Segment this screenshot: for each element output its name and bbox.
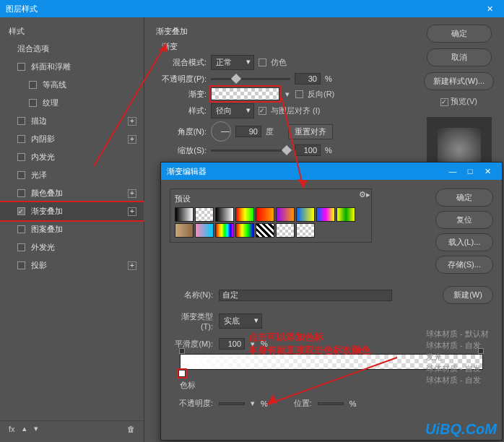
scale-label: 缩放(S): xyxy=(156,145,207,156)
style-inner-glow[interactable]: 内发光 xyxy=(0,148,144,166)
style-inner-shadow[interactable]: 内阴影+ xyxy=(0,130,144,148)
preset-swatch[interactable] xyxy=(215,223,234,238)
style-pattern-overlay[interactable]: 图案叠加 xyxy=(0,220,144,238)
reset-align-button[interactable]: 重置对齐 xyxy=(288,124,333,139)
background-layer-list: 球体材质 - 默认材球体材质 - 自发发光球体材质 - 自发球体材质 - 自发 xyxy=(426,328,489,386)
style-contour[interactable]: 等高线 xyxy=(0,76,144,94)
preset-grid xyxy=(175,207,367,238)
name-input[interactable] xyxy=(219,290,392,301)
opacity-stop[interactable] xyxy=(179,348,185,354)
stop-pos-input[interactable] xyxy=(318,402,344,405)
add-icon[interactable]: + xyxy=(128,189,136,198)
preset-swatch[interactable] xyxy=(276,207,295,222)
type-label: 渐变类型(T): xyxy=(170,311,213,331)
opacity-label: 不透明度(P): xyxy=(156,74,207,84)
ge-save-button[interactable]: 存储(S)... xyxy=(435,256,493,274)
style-stroke[interactable]: 描边+ xyxy=(0,112,144,130)
cancel-button[interactable]: 取消 xyxy=(427,48,492,66)
styles-sidebar: 样式 混合选项 斜面和浮雕 等高线 纹理 描边+ 内阴影+ 内发光 光泽 颜色叠… xyxy=(0,17,144,442)
presets-label: 预设 xyxy=(175,194,367,204)
arrow-up-icon[interactable]: ▴ xyxy=(22,424,27,433)
blend-mode-dropdown[interactable]: 正常 xyxy=(211,55,254,70)
style-label: 样式: xyxy=(156,105,207,116)
preset-swatch[interactable] xyxy=(195,223,214,238)
maximize-button[interactable]: □ xyxy=(461,167,479,176)
preview-checkbox[interactable] xyxy=(440,98,448,106)
stop-opacity-input[interactable] xyxy=(219,402,245,405)
chevron-down-icon[interactable]: ▾ xyxy=(251,339,255,349)
align-label: 与图层对齐 (I) xyxy=(271,105,320,116)
degree-label: 度 xyxy=(266,126,274,137)
preset-swatch[interactable] xyxy=(256,207,274,222)
fx-label: fx xyxy=(9,425,15,433)
ok-button[interactable]: 确定 xyxy=(427,25,492,43)
ge-title: 渐变编辑器 xyxy=(167,166,207,177)
style-dropdown[interactable]: 径向 xyxy=(211,103,254,118)
angle-label: 角度(N): xyxy=(156,126,207,137)
name-label: 名称(N): xyxy=(170,290,213,300)
preset-swatch[interactable] xyxy=(316,207,335,222)
add-icon[interactable]: + xyxy=(128,207,136,216)
watermark: UiBQ.CoM xyxy=(425,421,497,438)
new-style-button[interactable]: 新建样式(W)... xyxy=(424,72,494,90)
style-gradient-overlay[interactable]: 渐变叠加+ xyxy=(0,202,144,220)
smooth-input[interactable]: 100 xyxy=(219,338,245,350)
gradient-editor-dialog: 渐变编辑器 — □ ✕ 预设 xyxy=(160,162,503,441)
reverse-checkbox[interactable] xyxy=(295,90,303,98)
preset-swatch[interactable] xyxy=(235,223,254,238)
preset-swatch[interactable] xyxy=(175,207,194,222)
gradient-label: 渐变: xyxy=(156,89,207,100)
ge-close-button[interactable]: ✕ xyxy=(479,167,496,176)
dither-checkbox[interactable] xyxy=(258,58,266,66)
gear-icon[interactable]: ⚙▸ xyxy=(359,190,370,199)
preset-swatch[interactable] xyxy=(296,223,315,238)
window-title: 图层样式 xyxy=(6,4,38,14)
gradient-swatch[interactable] xyxy=(211,87,279,100)
chevron-down-icon[interactable]: ▾ xyxy=(284,90,291,99)
scale-input[interactable]: 100 xyxy=(295,144,321,156)
opacity-slider[interactable] xyxy=(211,78,290,80)
angle-input[interactable]: 90 xyxy=(235,126,261,137)
opacity-input[interactable]: 30 xyxy=(295,73,321,84)
type-dropdown[interactable]: 实底 xyxy=(219,313,262,329)
reverse-label: 反向(R) xyxy=(308,89,334,100)
style-outer-glow[interactable]: 外发光 xyxy=(0,238,144,256)
dither-label: 仿色 xyxy=(271,57,287,68)
style-bevel[interactable]: 斜面和浮雕 xyxy=(0,58,144,76)
preset-swatch[interactable] xyxy=(296,207,315,222)
preset-swatch[interactable] xyxy=(175,223,194,238)
add-icon[interactable]: + xyxy=(128,261,136,270)
trash-icon[interactable]: 🗑 xyxy=(127,425,135,433)
ge-ok-button[interactable]: 确定 xyxy=(435,188,493,207)
preset-swatch[interactable] xyxy=(336,207,355,222)
scale-slider[interactable] xyxy=(211,150,290,152)
blend-mode-label: 混合模式: xyxy=(156,57,207,68)
stop-pos-label: 位置: xyxy=(294,398,312,409)
chevron-down-icon[interactable]: ▾ xyxy=(251,399,255,408)
preset-swatch[interactable] xyxy=(276,223,295,238)
preset-swatch[interactable] xyxy=(195,207,214,222)
angle-dial[interactable] xyxy=(211,121,231,142)
window-close-button[interactable]: ✕ xyxy=(481,0,498,17)
styles-heading: 样式 xyxy=(0,23,144,40)
stops-label: 色标 xyxy=(170,380,196,391)
preset-swatch[interactable] xyxy=(215,207,234,222)
color-stop[interactable] xyxy=(178,370,186,377)
style-satin[interactable]: 光泽 xyxy=(0,166,144,184)
minimize-button[interactable]: — xyxy=(444,167,461,176)
add-icon[interactable]: + xyxy=(128,117,136,126)
smooth-label: 平滑度(M): xyxy=(170,339,213,350)
align-checkbox[interactable] xyxy=(258,107,266,115)
ge-new-button[interactable]: 新建(W) xyxy=(443,286,493,304)
ge-load-button[interactable]: 载入(L)... xyxy=(435,233,493,251)
stop-opacity-label: 不透明度: xyxy=(170,398,213,409)
style-texture[interactable]: 纹理 xyxy=(0,94,144,112)
arrow-down-icon[interactable]: ▾ xyxy=(34,424,38,433)
ge-reset-button[interactable]: 复位 xyxy=(435,211,493,229)
style-color-overlay[interactable]: 颜色叠加+ xyxy=(0,184,144,202)
preset-swatch[interactable] xyxy=(256,223,274,238)
add-icon[interactable]: + xyxy=(128,135,136,144)
preset-swatch[interactable] xyxy=(235,207,254,222)
style-drop-shadow[interactable]: 投影+ xyxy=(0,256,144,274)
blend-options-item[interactable]: 混合选项 xyxy=(0,40,144,58)
